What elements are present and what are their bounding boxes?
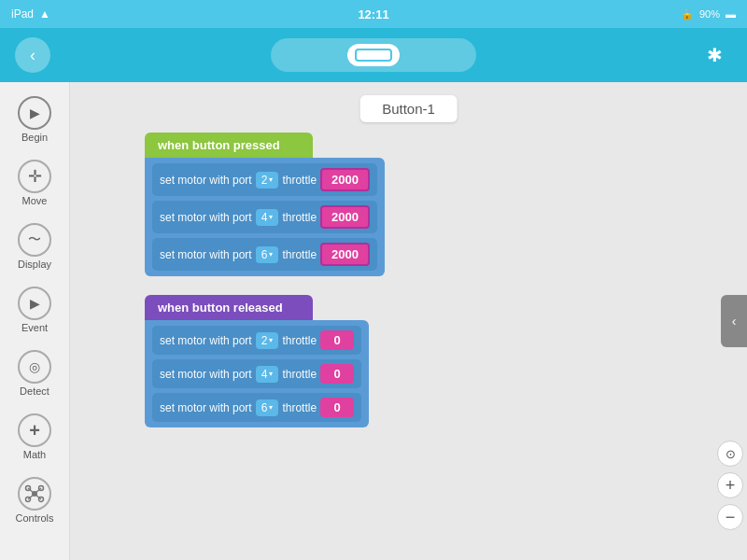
port-selector[interactable]: 4 ▾ [256,209,279,226]
value-field[interactable]: 2000 [320,243,370,266]
sidebar-label-move: Move [22,195,48,206]
value-field[interactable]: 0 [320,398,354,417]
dropdown-arrow-icon: ▾ [269,336,273,344]
port-selector[interactable]: 2 ▾ [256,172,279,189]
target-icon: ⊙ [726,447,736,461]
value-field[interactable]: 2000 [320,205,370,229]
block-row: set motor with port 4 ▾ throttle 2000 [152,201,377,233]
minus-icon: − [726,508,736,527]
block-row: set motor with port 6 ▾ throttle 2000 [152,238,377,271]
move-icon: ✛ [18,160,51,193]
display-icon: 〜 [18,223,51,257]
play-icon [18,96,51,130]
block-rows-released: set motor with port 2 ▾ throttle 0 set m… [145,320,369,427]
plus-icon: + [726,476,736,496]
sidebar-item-detect[interactable]: ◎ Detect [5,343,64,403]
sidebar-item-move[interactable]: ✛ Move [5,153,64,213]
sidebar-item-display[interactable]: 〜 Display [5,217,64,276]
sidebar-item-begin[interactable]: Begin [5,90,64,149]
top-nav: ‹ ✱ [0,28,747,82]
event-icon: ▶ [18,287,51,320]
back-arrow-icon: ‹ [30,46,35,65]
block-row: set motor with port 2 ▾ throttle 0 [152,326,361,355]
wifi-icon: ▲ [39,7,50,21]
canvas-area: Button-1 when button pressed set motor w… [70,82,747,560]
status-time: 12:11 [358,7,388,21]
zoom-in-button[interactable]: + [717,472,743,498]
block-row: set motor with port 4 ▾ throttle 0 [152,359,361,388]
right-panel: ‹ ⊙ + − [712,82,747,560]
status-left: iPad ▲ [11,7,50,21]
sidebar-label-event: Event [21,322,48,333]
tab-pill-inner [347,44,400,66]
sidebar-item-event[interactable]: ▶ Event [5,280,64,340]
sidebar-item-controls[interactable]: Controls [5,470,64,530]
main-layout: Begin ✛ Move 〜 Display ▶ Event ◎ Detect … [0,82,747,560]
battery-lock-icon: 🔒 [681,8,694,21]
port-selector[interactable]: 6 ▾ [256,246,279,263]
value-field[interactable]: 0 [320,330,354,350]
status-right: 🔒 90% ▬ [681,8,736,21]
tab-rectangle-icon [355,49,392,62]
sidebar-label-begin: Begin [21,132,48,143]
sidebar-label-detect: Detect [20,385,49,397]
block-row: set motor with port 6 ▾ throttle 0 [152,393,361,422]
math-icon: + [18,413,51,447]
status-bar: iPad ▲ 12:11 🔒 90% ▬ [0,0,747,28]
block-header-pressed: when button pressed [145,133,313,158]
dropdown-arrow-icon: ▾ [269,213,273,221]
block-group-pressed: when button pressed set motor with port … [145,133,385,276]
carrier-label: iPad [11,7,34,21]
sidebar: Begin ✛ Move 〜 Display ▶ Event ◎ Detect … [0,82,70,560]
controls-icon [18,477,51,511]
bluetooth-button[interactable]: ✱ [697,37,732,73]
tab-pill[interactable] [271,38,476,72]
dropdown-arrow-icon: ▾ [269,175,273,184]
right-toggle-button[interactable]: ‹ [721,295,747,347]
value-field[interactable]: 0 [320,364,354,384]
chevron-left-icon: ‹ [732,314,737,329]
value-field[interactable]: 2000 [320,168,370,191]
zoom-out-button[interactable]: − [717,504,743,530]
battery-pct: 90% [699,8,720,20]
block-group-released: when button released set motor with port… [145,295,369,427]
battery-icon: ▬ [726,8,736,20]
detect-icon: ◎ [18,350,51,384]
sidebar-label-controls: Controls [16,512,54,524]
button-label: Button-1 [359,95,458,122]
port-selector[interactable]: 6 ▾ [256,399,279,416]
port-selector[interactable]: 2 ▾ [256,332,279,349]
block-row: set motor with port 2 ▾ throttle 2000 [152,163,377,196]
port-selector[interactable]: 4 ▾ [256,366,279,383]
sidebar-item-math[interactable]: + Math [5,407,64,467]
target-icon-button[interactable]: ⊙ [717,441,743,467]
sidebar-label-math: Math [23,449,46,460]
bluetooth-icon: ✱ [707,44,723,66]
dropdown-arrow-icon: ▾ [269,403,273,412]
block-rows-pressed: set motor with port 2 ▾ throttle 2000 se… [145,158,385,276]
sidebar-label-display: Display [18,259,51,270]
dropdown-arrow-icon: ▾ [269,250,273,259]
back-button[interactable]: ‹ [15,37,50,73]
block-header-released: when button released [145,295,313,320]
dropdown-arrow-icon: ▾ [269,370,273,378]
